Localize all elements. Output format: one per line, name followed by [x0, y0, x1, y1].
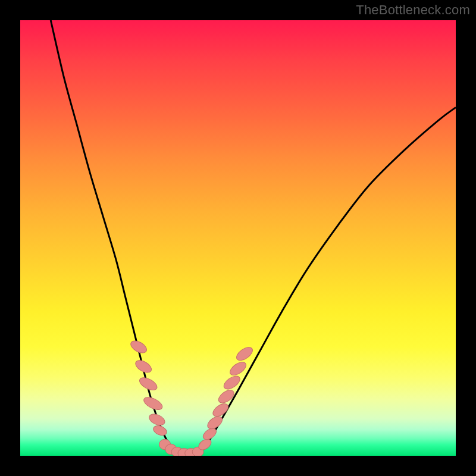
bead	[234, 345, 255, 363]
bead	[148, 412, 167, 427]
bead	[228, 359, 248, 378]
plot-area	[20, 20, 456, 456]
curve-beads	[129, 339, 255, 456]
bead	[152, 424, 168, 437]
bead	[142, 395, 164, 412]
bottleneck-curve	[51, 20, 456, 455]
watermark-text: TheBottleneck.com	[356, 2, 470, 18]
curve-svg	[20, 20, 456, 456]
bead	[211, 401, 230, 419]
chart-frame: TheBottleneck.com	[0, 0, 476, 476]
bead	[217, 387, 236, 405]
